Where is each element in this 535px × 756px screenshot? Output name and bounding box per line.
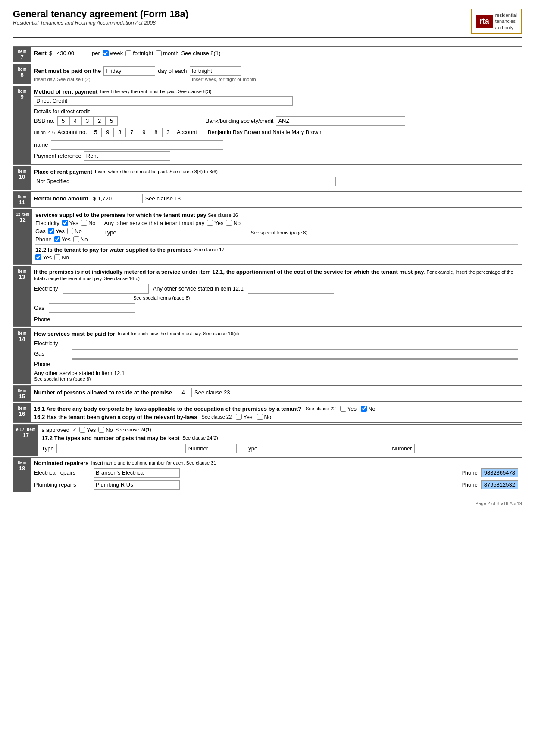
item-16-2-see: See clause 22	[202, 414, 232, 419]
water-no-cb[interactable]	[54, 254, 60, 260]
services-grid: Electricity Yes No Gas Yes	[35, 220, 518, 243]
persons-title: Number of persons allowed to reside at t…	[34, 389, 172, 396]
other-no: No	[226, 220, 241, 226]
divider-12-2	[35, 244, 518, 245]
type-input-2[interactable]	[260, 444, 389, 453]
other-yes-cb[interactable]	[207, 220, 213, 226]
method-value-row	[34, 96, 518, 106]
place-value-input[interactable]	[34, 177, 336, 186]
pets-yes-cb[interactable]	[79, 427, 85, 433]
item-14-gas-input[interactable]	[72, 349, 518, 359]
type-row: Type See special terms (page 8)	[104, 228, 308, 237]
bond-amount-input[interactable]	[91, 194, 143, 203]
plumbing-input[interactable]	[94, 480, 180, 490]
item-14-other-input[interactable]	[128, 371, 518, 380]
item-13-phone-label: Phone	[34, 316, 50, 322]
services-see-clause: See clause 16	[208, 212, 238, 218]
pets-approved-row: s approved ✓ Yes No See clause 24(1)	[42, 427, 518, 433]
item-14-note: Insert for each how the tenant must pay.…	[118, 331, 239, 336]
gas-yes-cb[interactable]	[48, 228, 54, 234]
bank-input[interactable]	[276, 116, 405, 126]
item-15-badge: Item 15	[13, 386, 31, 401]
type-input[interactable]	[119, 228, 248, 237]
other-yes: Yes	[207, 220, 223, 226]
repairers-header: Nominated repairers Insert name and tele…	[34, 460, 518, 466]
rent-amount-input[interactable]	[55, 49, 89, 58]
other-no-cb[interactable]	[226, 220, 232, 226]
bank-label: Bank/building society/credit	[206, 118, 274, 124]
rent-period-input[interactable]	[190, 66, 241, 76]
rent-paid-text: Rent must be paid on the	[34, 68, 101, 74]
item-13-badge: Item 13	[13, 266, 31, 326]
item-13-other-input[interactable]	[248, 284, 334, 294]
acct-name-input[interactable]	[206, 128, 378, 137]
item-13-elec-input[interactable]	[63, 284, 149, 294]
item-13-gas-input[interactable]	[49, 303, 135, 313]
type-input-1[interactable]	[56, 444, 186, 453]
water-no: No	[54, 254, 69, 261]
plumbing-label: Plumbing repairs	[34, 481, 90, 488]
phone-no-cb[interactable]	[73, 236, 79, 242]
item-16-1-no: No	[361, 406, 375, 412]
method-title: Method of rent payment	[34, 88, 97, 95]
bsb-digits: 5 4 3 2 5	[57, 116, 118, 126]
left-services: Electricity Yes No Gas Yes	[35, 220, 95, 243]
item-14-phone-input[interactable]	[72, 359, 518, 369]
item-16-2-no-label: No	[264, 414, 272, 420]
item-16-1-no-cb[interactable]	[361, 406, 367, 412]
item-16-2-yes-cb[interactable]	[236, 414, 242, 420]
number-input-2[interactable]	[414, 444, 440, 453]
name-input[interactable]	[51, 140, 223, 150]
item-18-section: Item 18 Nominated repairers Insert name …	[13, 457, 522, 492]
electrical-row: Electrical repairs Phone 9832365478	[34, 468, 518, 478]
item-7-badge: Item 7	[13, 47, 31, 62]
electricity-yes-cb[interactable]	[62, 220, 68, 226]
bank-col: Bank/building society/credit	[206, 116, 518, 138]
item-7-section: Item 7 Rent $ per week fortnight month S…	[13, 46, 522, 62]
rent-day-input[interactable]	[103, 66, 155, 76]
plumbing-phone-label: Phone	[461, 481, 478, 488]
bond-row: Rental bond amount See clause 13	[34, 194, 518, 203]
name-label: name	[34, 141, 48, 148]
name-row: name	[34, 140, 518, 150]
gas-row: Gas Yes No	[35, 228, 95, 234]
electrical-input[interactable]	[94, 468, 180, 478]
month-checkbox[interactable]	[156, 50, 162, 56]
persons-input[interactable]	[175, 388, 192, 397]
see-clause-8-1: See clause 8(1)	[181, 50, 220, 56]
electrical-label: Electrical repairs	[34, 469, 90, 476]
place-note: Insert where the rent must be paid. See …	[95, 169, 218, 174]
day-of-each: day of each	[158, 68, 187, 74]
item-16-2-no: No	[257, 414, 272, 420]
item-16-2-yes: Yes	[236, 414, 252, 420]
pets-no-cb[interactable]	[98, 427, 104, 433]
item-13-phone-input[interactable]	[55, 315, 141, 324]
item-15-section: Item 15 Number of persons allowed to res…	[13, 385, 522, 402]
item-16-2-no-cb[interactable]	[257, 414, 263, 420]
item-13-body: If the premises is not individually mete…	[31, 266, 522, 326]
water-yes-cb[interactable]	[35, 254, 41, 260]
gas-no-cb[interactable]	[67, 228, 73, 234]
number-input-1[interactable]	[211, 444, 237, 453]
item-12-badge: 12 Item 12	[13, 209, 32, 264]
other-no-label: No	[233, 220, 241, 226]
acct-d4: 7	[126, 128, 138, 137]
fortnight-checkbox[interactable]	[125, 50, 131, 56]
week-checkbox[interactable]	[103, 50, 109, 56]
electricity-no-cb[interactable]	[81, 220, 87, 226]
item-16-2-row: 16.2 Has the tenant been given a copy of…	[34, 414, 518, 420]
bsb-row: BSB no. 5 4 3 2 5	[34, 116, 197, 126]
payment-ref-input[interactable]	[84, 151, 170, 161]
item-16-1-yes-cb[interactable]	[340, 406, 346, 412]
pets-col-2: Type Number	[245, 444, 440, 453]
item-12-body: services supplied to the premises for wh…	[32, 209, 522, 264]
pets-yes-label: Yes	[87, 427, 96, 433]
phone-yes-cb[interactable]	[54, 236, 60, 242]
item-16-1-see: See clause 22	[306, 406, 336, 411]
item-14-other-label: Any other service stated in item 12.1	[34, 370, 125, 376]
item-14-section: Item 14 How services must be paid for In…	[13, 328, 522, 384]
item-14-title: How services must be paid for	[34, 331, 115, 337]
method-value-input[interactable]	[34, 96, 293, 106]
item-14-elec-input[interactable]	[72, 339, 518, 348]
pets-col-1: Type Number	[42, 444, 237, 453]
